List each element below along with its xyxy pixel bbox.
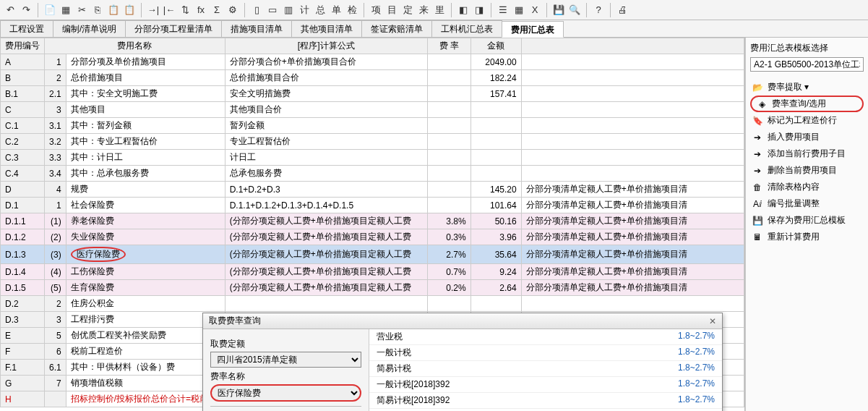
help-icon[interactable]: ? [591, 3, 606, 17]
cell-no[interactable]: (3) [45, 245, 66, 264]
定-icon[interactable]: 定 [400, 3, 415, 17]
cell-name[interactable]: 住房公积金 [66, 296, 225, 312]
tab-6[interactable]: 工料机汇总表 [431, 20, 502, 37]
cell-formula[interactable]: 分部分项合价+单价措施项目合价 [225, 54, 427, 70]
sort-icon[interactable]: ⇅ [178, 3, 192, 17]
cell-formula[interactable]: (分部分项定额人工费+单价措施项目定额人工费 [225, 213, 427, 229]
copy-icon[interactable]: ⎘ [90, 3, 105, 17]
cell-no[interactable]: 4 [45, 182, 66, 198]
cell-remark[interactable]: 分部分项清单定额人工费+单价措施项目清 [521, 198, 744, 213]
paste2-icon[interactable]: 📋 [122, 3, 137, 17]
side-action-3[interactable]: ➔插入费用项目 [750, 129, 864, 145]
select-quota[interactable]: 四川省2015清单定额 [210, 352, 361, 368]
cell-formula[interactable]: (分部分项定额人工费+单价措施项目定额人工费 [225, 280, 427, 296]
tab-1[interactable]: 编制/清单说明 [53, 20, 126, 37]
cell-formula[interactable] [225, 296, 427, 312]
cell-code[interactable]: B.1 [1, 86, 45, 102]
cell-code[interactable]: B [1, 70, 45, 86]
side-action-7[interactable]: Aⅈ编号批量调整 [750, 195, 864, 212]
cell-formula[interactable]: 计日工 [225, 150, 427, 166]
cell-name[interactable]: 工伤保险费 [66, 264, 225, 280]
f2-icon[interactable]: Σ [210, 3, 224, 17]
cell-rate[interactable] [427, 118, 470, 134]
cell-rate[interactable]: 0.2% [427, 280, 470, 296]
result-row[interactable]: 简易计税[2018]3921.8~2.7% [369, 393, 722, 409]
cell-name[interactable]: 其中：专业工程暂估价 [66, 134, 225, 150]
cell-amount[interactable]: 101.64 [470, 198, 521, 213]
cell-name[interactable]: 医疗保险费 [66, 245, 225, 264]
cell-no[interactable] [45, 391, 66, 407]
cell-no[interactable]: 2 [45, 296, 66, 312]
find-icon[interactable]: 🔍 [567, 3, 582, 17]
cell-code[interactable]: C [1, 102, 45, 118]
cell-name[interactable]: 其他项目 [66, 102, 225, 118]
save-icon[interactable]: 💾 [551, 3, 566, 17]
cell-remark[interactable] [521, 102, 744, 118]
paste-icon[interactable]: 📋 [106, 3, 121, 17]
cell-name[interactable]: 其中：计日工 [66, 150, 225, 166]
cell-remark[interactable]: 分部分项清单定额人工费+单价措施项目清 [521, 245, 744, 264]
cell-no[interactable]: (2) [45, 229, 66, 245]
cell-code[interactable]: D.2 [1, 296, 45, 312]
cell-amount[interactable]: 9.24 [470, 264, 521, 280]
cell-no[interactable]: 3.3 [45, 150, 66, 166]
cell-code[interactable]: H [1, 391, 45, 407]
cell-code[interactable]: G [1, 376, 45, 391]
cell-no[interactable]: 1 [45, 198, 66, 213]
cell-formula[interactable]: 暂列金额 [225, 118, 427, 134]
cell-code[interactable]: C.4 [1, 166, 45, 182]
cell-name[interactable]: 其中：安全文明施工费 [66, 86, 225, 102]
cell-code[interactable]: D.1.4 [1, 264, 45, 280]
cell-formula[interactable]: (分部分项定额人工费+单价措施项目定额人工费 [225, 229, 427, 245]
cell-name[interactable]: 其中：甲供材料（设备）费 [66, 360, 225, 376]
cell-amount[interactable] [470, 118, 521, 134]
cell-remark[interactable] [521, 54, 744, 70]
cell-name[interactable]: 其中：总承包服务费 [66, 166, 225, 182]
cell-rate[interactable] [427, 198, 470, 213]
tab-3[interactable]: 措施项目清单 [221, 20, 292, 37]
cell-remark[interactable] [521, 166, 744, 182]
panel2-icon[interactable]: ▭ [265, 3, 280, 17]
f1-icon[interactable]: fx [194, 3, 208, 17]
cell-code[interactable]: D.1 [1, 198, 45, 213]
cell-code[interactable]: D.1.2 [1, 229, 45, 245]
cell-remark[interactable]: 分部分项清单定额人工费+单价措施项目清 [521, 264, 744, 280]
tab-2[interactable]: 分部分项工程量清单 [125, 20, 222, 37]
cell-amount[interactable]: 3.96 [470, 229, 521, 245]
cell-formula[interactable]: D.1+D.2+D.3 [225, 182, 427, 198]
side-action-8[interactable]: 💾保存为费用汇总模板 [750, 212, 864, 229]
cell-amount[interactable]: 157.41 [470, 86, 521, 102]
cell-no[interactable]: 7 [45, 376, 66, 391]
cell-name[interactable]: 生育保险费 [66, 280, 225, 296]
grid-icon[interactable]: ▦ [59, 3, 73, 17]
cell-name[interactable]: 社会保险费 [66, 198, 225, 213]
cell-remark[interactable] [521, 150, 744, 166]
cell-formula[interactable]: 总价措施项目合价 [225, 70, 427, 86]
panel1-icon[interactable]: ▯ [249, 3, 264, 17]
cell-name[interactable]: 养老保险费 [66, 213, 225, 229]
cell-amount[interactable]: 50.16 [470, 213, 521, 229]
cell-name[interactable]: 销项增值税额 [66, 376, 225, 391]
cell-formula[interactable]: 其他项目合价 [225, 102, 427, 118]
cell-no[interactable]: (4) [45, 264, 66, 280]
cell-amount[interactable]: 35.64 [470, 245, 521, 264]
cell-amount[interactable] [470, 150, 521, 166]
calc-icon[interactable]: 计 [297, 3, 311, 17]
cell-remark[interactable] [521, 118, 744, 134]
tab-0[interactable]: 工程设置 [0, 20, 53, 37]
cell-formula[interactable]: (分部分项定额人工费+单价措施项目定额人工费 [225, 245, 427, 264]
cell-no[interactable]: 6.1 [45, 360, 66, 376]
cell-remark[interactable]: 分部分项清单定额人工费+单价措施项目清 [521, 229, 744, 245]
sum-icon[interactable]: 总 [313, 3, 327, 17]
check-icon[interactable]: 检 [345, 3, 359, 17]
g1-icon[interactable]: ◧ [456, 3, 470, 17]
cell-remark[interactable]: 分部分项清单定额人工费+单价措施项目清 [521, 182, 744, 198]
cell-formula[interactable]: 安全文明措施费 [225, 86, 427, 102]
f3-icon[interactable]: ⚙ [225, 3, 240, 17]
cell-no[interactable]: 2.1 [45, 86, 66, 102]
cell-code[interactable]: F [1, 344, 45, 360]
outdent-icon[interactable]: |← [162, 3, 176, 17]
cell-name[interactable]: 招标控制价/投标报价总价合计=税前 [66, 391, 225, 407]
side-action-1[interactable]: ◈费率查询/选用 [750, 96, 864, 112]
cell-name[interactable]: 工程排污费 [66, 312, 225, 328]
